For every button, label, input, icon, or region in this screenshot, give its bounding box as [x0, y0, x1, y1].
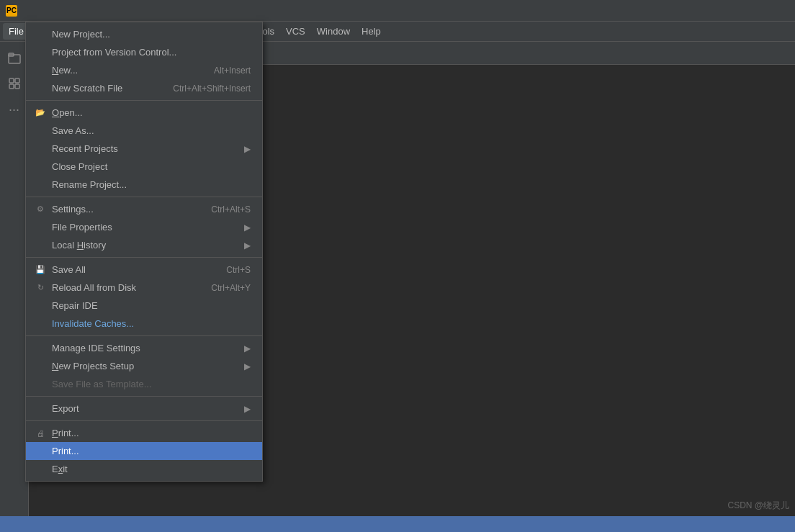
menu-window[interactable]: Window: [311, 23, 356, 40]
svg-rect-5: [15, 84, 19, 89]
arrow-icon: ▶: [244, 222, 251, 233]
menu-item-new-projects-setup[interactable]: New Projects Setup ▶: [26, 357, 262, 375]
svg-rect-3: [15, 78, 19, 83]
menu-item-label: New Project...: [52, 29, 110, 40]
separator-1: [26, 100, 262, 101]
arrow-icon: ▶: [244, 144, 251, 154]
menu-item-invalidate-caches[interactable]: Invalidate Caches...: [26, 315, 262, 333]
folder-icon: 📂: [35, 107, 46, 119]
menu-vcs[interactable]: VCS: [280, 23, 311, 40]
menu-item-project-from-vcs[interactable]: Project from Version Control...: [26, 43, 262, 61]
app-icon: PC: [6, 5, 17, 17]
title-bar: PC: [0, 0, 795, 22]
menu-item-power-save-mode[interactable]: Print...: [26, 442, 262, 460]
menu-item-label: Recent Projects: [52, 143, 118, 154]
separator-5: [26, 396, 262, 397]
arrow-icon: ▶: [244, 343, 251, 353]
sidebar-icon-project[interactable]: [4, 48, 24, 68]
menu-item-label: Invalidate Caches...: [52, 318, 134, 329]
menu-item-label: Save As...: [52, 125, 94, 136]
menu-help[interactable]: Help: [356, 23, 387, 40]
sidebar-icon-structure[interactable]: [4, 73, 24, 94]
separator-2: [26, 197, 262, 197]
menu-item-reload-all[interactable]: ↻ Reload All from Disk Ctrl+Alt+Y: [26, 279, 262, 297]
arrow-icon: ▶: [244, 404, 251, 414]
separator-4: [26, 335, 262, 336]
menu-item-label: Export: [52, 403, 79, 414]
menu-item-label: Save File as Template...: [52, 379, 152, 389]
separator-3: [26, 257, 262, 258]
menu-item-file-properties[interactable]: File Properties ▶: [26, 218, 262, 236]
menu-item-label: Manage IDE Settings: [52, 343, 140, 353]
menu-item-manage-ide-settings[interactable]: Manage IDE Settings ▶: [26, 339, 262, 357]
menu-item-label: Repair IDE: [52, 300, 98, 311]
menu-item-local-history[interactable]: Local History ▶: [26, 236, 262, 254]
status-bar: [0, 516, 795, 532]
menu-item-label: New Projects Setup: [52, 361, 134, 371]
menu-item-label: Local History: [52, 240, 106, 251]
menu-item-label: Print...: [52, 428, 79, 438]
shortcut-save-all: Ctrl+S: [226, 265, 251, 275]
menu-item-exit[interactable]: Exit: [26, 460, 262, 478]
menu-item-close-project[interactable]: Close Project: [26, 158, 262, 176]
menu-item-save-all[interactable]: 💾 Save All Ctrl+S: [26, 261, 262, 279]
file-dropdown-menu: New Project... Project from Version Cont…: [25, 22, 263, 482]
menu-item-new-project[interactable]: New Project...: [26, 25, 262, 43]
left-sidebar: ···: [0, 42, 29, 532]
menu-item-label: Settings...: [52, 204, 94, 215]
menu-item-save-file-as-template: Save File as Template...: [26, 375, 262, 393]
menu-item-print[interactable]: 🖨 Print...: [26, 424, 262, 442]
save-icon: 💾: [35, 264, 46, 276]
menu-item-label: New Scratch File: [52, 83, 122, 94]
menu-item-label: File Properties: [52, 222, 112, 233]
shortcut-settings: Ctrl+Alt+S: [211, 204, 251, 215]
menu-item-label: Reload All from Disk: [52, 282, 136, 293]
menu-item-save-as[interactable]: Save As...: [26, 122, 262, 140]
menu-item-settings[interactable]: ⚙ Settings... Ctrl+Alt+S: [26, 200, 262, 218]
arrow-icon: ▶: [244, 240, 251, 251]
menu-item-label: Close Project: [52, 161, 107, 172]
menu-item-label: Rename Project...: [52, 179, 127, 190]
menu-item-new[interactable]: New... Alt+Insert: [26, 61, 262, 79]
menu-item-open[interactable]: 📂 Open...: [26, 104, 262, 122]
reload-icon: ↻: [35, 282, 46, 294]
svg-rect-4: [9, 84, 14, 89]
shortcut-new: Alt+Insert: [214, 66, 251, 76]
menu-item-label: Exit: [52, 464, 68, 474]
menu-item-label: Print...: [52, 446, 79, 456]
menu-item-label: New...: [52, 65, 78, 76]
menu-item-new-scratch-file[interactable]: New Scratch File Ctrl+Alt+Shift+Insert: [26, 79, 262, 97]
menu-item-label: Open...: [52, 107, 83, 118]
menu-item-recent-projects[interactable]: Recent Projects ▶: [26, 140, 262, 158]
menu-item-repair-ide[interactable]: Repair IDE: [26, 297, 262, 315]
watermark: CSDN @绕灵儿: [727, 500, 789, 512]
menu-item-label: Project from Version Control...: [52, 47, 176, 58]
gear-icon: ⚙: [35, 204, 46, 215]
menu-item-rename-project[interactable]: Rename Project...: [26, 176, 262, 194]
separator-6: [26, 420, 262, 421]
arrow-icon: ▶: [244, 361, 251, 371]
svg-rect-2: [9, 78, 14, 83]
menu-item-label: Save All: [52, 264, 86, 275]
menu-item-export[interactable]: Export ▶: [26, 400, 262, 418]
shortcut-reload-all: Ctrl+Alt+Y: [211, 283, 251, 293]
sidebar-icon-more[interactable]: ···: [4, 99, 24, 120]
print-icon: 🖨: [35, 428, 46, 439]
shortcut-new-scratch: Ctrl+Alt+Shift+Insert: [173, 84, 251, 94]
